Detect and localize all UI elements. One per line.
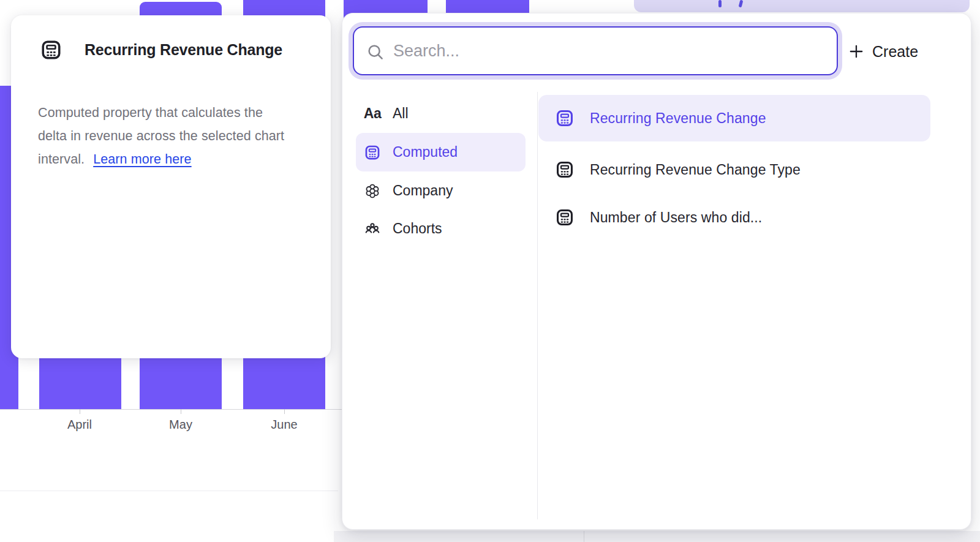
search-icon: [366, 43, 385, 61]
calculator-icon: [40, 39, 62, 61]
tooltip-header: Recurring Revenue Change: [40, 39, 282, 61]
description-line: interval.: [38, 152, 85, 167]
category-cohorts[interactable]: Cohorts: [356, 209, 526, 248]
category-label: Cohorts: [393, 220, 442, 237]
property-picker-panel: Create Aa All Computed Company Cohorts R…: [342, 13, 971, 530]
background-strip: [334, 531, 980, 542]
description-line: Computed property that calculates the: [38, 105, 263, 120]
people-group-icon: [364, 220, 381, 238]
create-button-label: Create: [872, 43, 918, 61]
calculator-icon: [555, 108, 575, 128]
clipped-text-descender: [739, 0, 744, 7]
axis-tick: [284, 409, 285, 414]
search-input[interactable]: [354, 28, 837, 74]
create-button[interactable]: Create: [848, 37, 918, 66]
circle-cluster-icon: [364, 183, 381, 200]
chart-gridline: [0, 491, 338, 491]
calculator-icon: [364, 144, 381, 161]
result-label: Recurring Revenue Change: [590, 110, 766, 127]
calculator-icon: [555, 208, 575, 227]
category-computed[interactable]: Computed: [356, 133, 526, 171]
tooltip-description: Computed property that calculates the de…: [38, 101, 307, 171]
axis-tick: [181, 409, 181, 414]
plus-icon: [848, 43, 864, 59]
result-label: Recurring Revenue Change Type: [590, 162, 801, 178]
month-label: April: [67, 418, 92, 432]
category-label: All: [393, 105, 409, 122]
result-recurring-revenue-change-type[interactable]: Recurring Revenue Change Type: [538, 146, 930, 193]
category-label: Computed: [393, 144, 458, 160]
axis-tick: [80, 409, 80, 414]
clipped-property-chip: [634, 0, 970, 12]
result-number-of-users[interactable]: Number of Users who did...: [538, 194, 930, 241]
result-label: Number of Users who did...: [590, 209, 762, 226]
tooltip-title: Recurring Revenue Change: [85, 41, 282, 59]
category-label: Company: [393, 183, 453, 199]
category-all[interactable]: Aa All: [356, 94, 526, 133]
chart-x-axis: [0, 409, 342, 410]
panel-divider: [537, 92, 538, 519]
background-divider: [584, 531, 584, 542]
search-box: [353, 26, 838, 75]
property-tooltip-card: Recurring Revenue Change Computed proper…: [11, 15, 331, 358]
category-company[interactable]: Company: [356, 171, 526, 210]
learn-more-link[interactable]: Learn more here: [93, 152, 191, 167]
text-format-icon: Aa: [364, 105, 381, 122]
description-line: delta in revenue across the selected cha…: [38, 129, 284, 143]
month-label: June: [271, 418, 297, 432]
clipped-text-descender: [718, 0, 722, 7]
result-recurring-revenue-change[interactable]: Recurring Revenue Change: [538, 95, 930, 141]
month-label: May: [169, 418, 192, 432]
calculator-icon: [555, 160, 575, 179]
